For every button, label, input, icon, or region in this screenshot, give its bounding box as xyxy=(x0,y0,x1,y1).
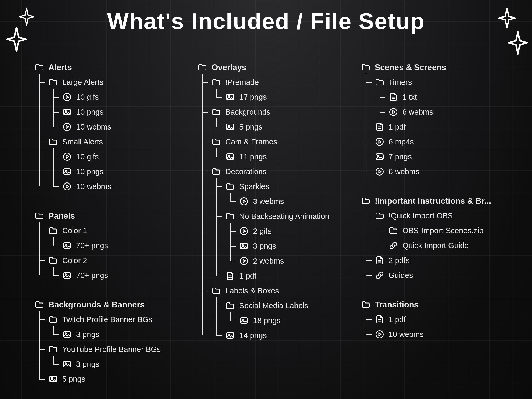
play-icon xyxy=(375,167,384,176)
tree-node: 6 mp4s xyxy=(375,134,508,149)
image-icon xyxy=(239,241,249,251)
folder-icon xyxy=(35,300,44,309)
tree-label: YouTube Profile Banner BGs xyxy=(62,346,161,353)
tree-node: 10 webms xyxy=(62,119,182,134)
tree-node: Color 170+ pngs xyxy=(48,223,182,253)
tree-node: Timers1 txt6 webms xyxy=(375,75,508,119)
tree-row: 10 pngs xyxy=(62,164,182,179)
tree-node: 1 pdf xyxy=(375,119,508,134)
tree-section: PanelsColor 170+ pngsColor 270+ pngs xyxy=(35,208,182,283)
tree-label: 1 txt xyxy=(402,93,417,101)
tree-row: 14 pngs xyxy=(225,328,345,343)
image-icon xyxy=(62,241,72,250)
tree-row: 1 pdf xyxy=(375,119,508,134)
tree-row: 1 pdf xyxy=(375,312,508,327)
folder-icon xyxy=(211,286,221,296)
tree-node: 1 pdf xyxy=(225,268,345,283)
tree-children: Twitch Profile Banner BGs3 pngsYouTube P… xyxy=(35,312,182,386)
tree-row: Small Alerts xyxy=(48,134,182,149)
tree-row: 70+ pngs xyxy=(62,238,182,253)
folder-icon xyxy=(35,63,44,72)
tree-node: 6 webms xyxy=(389,105,508,119)
folder-icon xyxy=(225,211,235,221)
tree-row: 5 pngs xyxy=(48,372,182,386)
tree-label: 3 pngs xyxy=(253,242,276,250)
image-icon xyxy=(225,122,235,132)
tree-label: 2 pdfs xyxy=(389,257,410,264)
tree-label: 70+ pngs xyxy=(76,242,108,250)
tree-label: Color 2 xyxy=(62,257,87,264)
tree-children: 3 webms xyxy=(225,194,345,209)
tree-label: Alerts xyxy=(48,63,72,72)
tree-node: 18 pngs xyxy=(239,313,345,328)
tree-row: 3 pngs xyxy=(62,327,182,342)
tree-node: Large Alerts10 gifs10 pngs10 webms xyxy=(48,75,182,134)
play-icon xyxy=(62,152,72,161)
tree-node: 3 pngs xyxy=(239,239,345,253)
tree-row: 1 pdf xyxy=(225,268,345,283)
tree-label: 2 gifs xyxy=(253,227,271,235)
tree-node: Labels & BoxesSocial Media Labels18 pngs… xyxy=(211,283,345,343)
tree-label: 10 gifs xyxy=(76,93,99,101)
tree-node: 11 pngs xyxy=(225,149,345,164)
tree-label: !Premade xyxy=(225,78,259,86)
tree-row: 10 gifs xyxy=(62,149,182,164)
tree-label: 1 pdf xyxy=(389,123,406,131)
tree-label: Color 1 xyxy=(62,227,87,235)
tree-node: No Backseating Animation2 gifs3 pngs2 we… xyxy=(225,209,345,268)
tree-node: 2 pdfs xyxy=(375,253,508,268)
tree-node: 17 pngs xyxy=(225,90,345,105)
tree-node: Small Alerts10 gifs10 pngs10 webms xyxy=(48,134,182,194)
tree-label: 11 pngs xyxy=(239,153,267,161)
tree-label: Twitch Profile Banner BGs xyxy=(62,316,152,323)
tree-row: !Premade xyxy=(211,75,345,90)
folder-icon xyxy=(198,63,207,72)
tree-children: 18 pngs xyxy=(225,313,345,328)
tree-row: Labels & Boxes xyxy=(211,283,345,298)
tree-label: No Backseating Animation xyxy=(239,213,329,220)
tree-row: 10 webms xyxy=(375,327,508,342)
tree-children: 5 pngs xyxy=(211,119,345,134)
folder-icon xyxy=(48,315,58,324)
tree-children: 3 pngs xyxy=(48,357,182,372)
tree-row: Backgrounds xyxy=(211,105,345,119)
tree-label: 18 pngs xyxy=(253,317,280,325)
folder-icon xyxy=(48,256,58,265)
image-icon xyxy=(225,331,235,340)
tree-label: 3 pngs xyxy=(76,360,99,368)
tree-label: Guides xyxy=(389,272,413,279)
folder-icon xyxy=(225,301,235,310)
tree-node: 14 pngs xyxy=(225,328,345,343)
tree-children: 10 gifs10 pngs10 webms xyxy=(48,90,182,134)
play-icon xyxy=(239,197,249,206)
tree-label: 3 webms xyxy=(253,198,284,205)
tree-section: Overlays!Premade17 pngsBackgrounds5 pngs… xyxy=(198,60,345,343)
tree-row: OBS-Import-Scenes.zip xyxy=(389,223,508,238)
tree-node: 1 txt xyxy=(389,90,508,105)
tree-node: OBS-Import-Scenes.zip xyxy=(389,223,508,238)
tree-node: 3 pngs xyxy=(62,327,182,342)
play-icon xyxy=(375,137,384,147)
tree-label: Panels xyxy=(48,212,75,220)
folder-icon xyxy=(225,182,235,191)
image-icon xyxy=(62,359,72,369)
tree-row: 2 gifs xyxy=(239,224,345,239)
tree-row: Color 2 xyxy=(48,253,182,268)
tree-row: Decorations xyxy=(211,164,345,179)
tree-node: 10 pngs xyxy=(62,164,182,179)
image-icon xyxy=(62,330,72,339)
tree-node: 6 webms xyxy=(375,164,508,179)
tree-row: 10 webms xyxy=(62,179,182,194)
tree-row: Social Media Labels xyxy=(225,298,345,313)
tree-row: Transitions xyxy=(361,297,508,312)
tree-node: DecorationsSparkles3 webmsNo Backseating… xyxy=(211,164,345,283)
tree-row: 17 pngs xyxy=(225,90,345,105)
tree-node: Color 270+ pngs xyxy=(48,253,182,283)
tree-node: 70+ pngs xyxy=(62,238,182,253)
folder-icon xyxy=(211,167,221,176)
columns-container: AlertsLarge Alerts10 gifs10 pngs10 webms… xyxy=(35,60,508,399)
tree-row: YouTube Profile Banner BGs xyxy=(48,342,182,357)
image-icon xyxy=(62,107,72,117)
tree-row: Large Alerts xyxy=(48,75,182,90)
tree-row: 1 txt xyxy=(389,90,508,105)
